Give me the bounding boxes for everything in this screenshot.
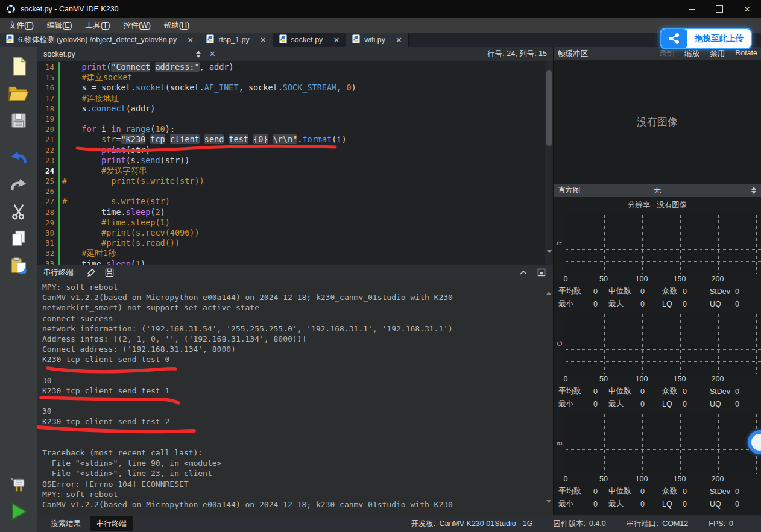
terminal-line: File "<stdin>", line 90, in <module> (42, 458, 553, 468)
tab-2[interactable]: socket.py✕ (273, 33, 347, 47)
close-button[interactable]: ✕ (733, 0, 761, 18)
x-tick-label: 50 (599, 475, 608, 483)
line-number: 21 (37, 134, 60, 145)
cut-button[interactable] (5, 201, 32, 225)
stat-value: 0 (735, 500, 739, 509)
tab-0[interactable]: 6.物体检测 (yolov8n) /object_detect_yolov8n.… (0, 33, 200, 47)
code-token: ) (160, 207, 165, 217)
tab-close-icon[interactable]: ✕ (333, 36, 339, 45)
terminal-scroll-up-icon[interactable] (546, 282, 551, 292)
terminal-line: MPY: soft reboot (42, 282, 553, 292)
terminal-line: network information: ('192.168.31.54', '… (42, 324, 553, 334)
stat-label: LQ (662, 300, 683, 308)
panel-layout-icon[interactable] (537, 268, 546, 277)
stat-cell: 平均数0 (558, 485, 608, 498)
code-token: s.write(str) (111, 196, 170, 206)
x-tick-label: 200 (712, 375, 724, 383)
code-token: format (302, 134, 332, 144)
status-tabs: 搜索结果串行终端 (37, 515, 133, 532)
code-token: 10 (155, 124, 165, 134)
stat-value: 0 (683, 487, 687, 496)
terminal-line: Connect address: ('192.168.31.134', 8000… (42, 344, 553, 354)
tab-3[interactable]: wifi.py✕ (346, 33, 409, 47)
maximize-button[interactable] (706, 0, 733, 18)
stat-cell: 中位数0 (608, 385, 662, 398)
status-item-value: CanMV K230 01Studio - 1G (439, 519, 532, 528)
drag-upload-button[interactable]: 拖拽至此上传 (660, 28, 752, 49)
terminal-output: MPY: soft rebootCanMV v1.2.2(based on Mi… (42, 282, 553, 510)
x-tick-label: 50 (599, 375, 608, 383)
status-tab-0[interactable]: 搜索结果 (45, 516, 87, 531)
menu-item-4[interactable]: 帮助(H) (157, 18, 196, 33)
frame-buffer-button-3[interactable]: Rotate (735, 49, 757, 59)
stat-label: UQ (710, 400, 735, 408)
redo-button[interactable] (5, 174, 32, 198)
tab-close-icon[interactable]: ✕ (260, 36, 267, 45)
frame-buffer-button-0: 录制 (659, 49, 674, 59)
line-number: 31 (37, 238, 60, 248)
tab-1[interactable]: rtsp_1.py✕ (200, 33, 273, 47)
undo-button[interactable] (5, 146, 32, 171)
menu-item-1[interactable]: 编辑(E) (40, 18, 79, 33)
code-token (62, 145, 101, 155)
run-button[interactable] (5, 501, 32, 525)
open-folder-button[interactable] (5, 83, 32, 107)
document-close-icon[interactable]: ✕ (209, 49, 216, 58)
histogram-mode-select[interactable]: 无 (554, 186, 761, 196)
menu-item-2[interactable]: 工具(T) (79, 18, 117, 33)
clear-terminal-icon[interactable] (86, 268, 96, 278)
terminal-scroll-down-icon[interactable] (546, 502, 551, 513)
status-tab-1[interactable]: 串行终端 (90, 516, 133, 531)
gridline-horizontal (566, 437, 761, 437)
chart-plot-row: G (554, 313, 761, 374)
code-editor[interactable]: 14 print("Connect address:", addr)15 #建立… (37, 61, 553, 265)
minimize-button[interactable] (678, 0, 706, 18)
paste-button[interactable] (5, 255, 32, 279)
frame-buffer-button-1[interactable]: 缩放 (684, 49, 699, 59)
histogram-chart-r: R050100150200平均数0中位数0众数0StDev0最小0最大0LQ0U… (554, 213, 761, 313)
terminal-line: connect success (42, 313, 553, 324)
channel-label-g: G (554, 313, 566, 374)
stat-label: UQ (710, 500, 735, 509)
gridline-horizontal (566, 261, 761, 262)
scroll-down-icon[interactable] (547, 253, 552, 263)
copy-button[interactable] (5, 228, 32, 252)
collapse-terminal-icon[interactable] (519, 269, 528, 275)
serial-terminal[interactable]: MPY: soft rebootCanMV v1.2.2(based on Mi… (37, 280, 553, 515)
menu-item-0[interactable]: 文件(F) (2, 18, 40, 33)
redo-icon (9, 176, 28, 195)
terminal-line: Address infos: [(2, 1, 0, '', ('192.168.… (42, 334, 553, 344)
menu-item-3[interactable]: 控件(W) (117, 18, 157, 33)
drag-upload-label: 拖拽至此上传 (687, 29, 751, 48)
editor-scrollbar[interactable] (545, 61, 553, 265)
code-token (62, 166, 101, 175)
code-line: 27# s.write(str) (37, 196, 553, 207)
gridline-horizontal (566, 462, 761, 462)
gridline-vertical (642, 313, 643, 374)
new-file-button[interactable] (5, 55, 32, 80)
stat-label: 平均数 (558, 286, 593, 296)
code-text: s = socket.socket(socket.AF_INET, socket… (60, 83, 356, 93)
gridline-vertical (642, 213, 643, 274)
stat-cell: LQ0 (662, 298, 710, 310)
code-token: SOCK_STREAM (283, 83, 336, 92)
document-switcher-icon[interactable] (196, 51, 201, 58)
code-line: 29 #time.sleep(1) (37, 217, 553, 228)
tab-close-icon[interactable]: ✕ (187, 36, 194, 45)
connect-button[interactable] (5, 474, 32, 498)
new-file-icon (10, 57, 28, 78)
code-token: #time.sleep(1) (101, 217, 170, 227)
stat-cell: 最小0 (558, 498, 608, 510)
code-line: 16 s = socket.socket(socket.AF_INET, soc… (37, 83, 553, 93)
editor-scrollbar-thumb[interactable] (546, 70, 552, 146)
cursor-position-status: 行号: 24, 列号: 15 (487, 49, 553, 59)
code-text: print(s.send(str)) (60, 155, 189, 166)
histogram-charts: R050100150200平均数0中位数0众数0StDev0最小0最大0LQ0U… (554, 213, 761, 513)
code-token: for (82, 124, 96, 134)
save-log-icon[interactable] (105, 268, 114, 277)
frame-buffer-button-2[interactable]: 禁用 (710, 49, 725, 59)
histogram-mode-spinner-icon[interactable] (751, 187, 761, 194)
save-button[interactable] (5, 110, 32, 134)
stat-label: 最小 (558, 399, 593, 409)
tab-close-icon[interactable]: ✕ (396, 36, 402, 45)
